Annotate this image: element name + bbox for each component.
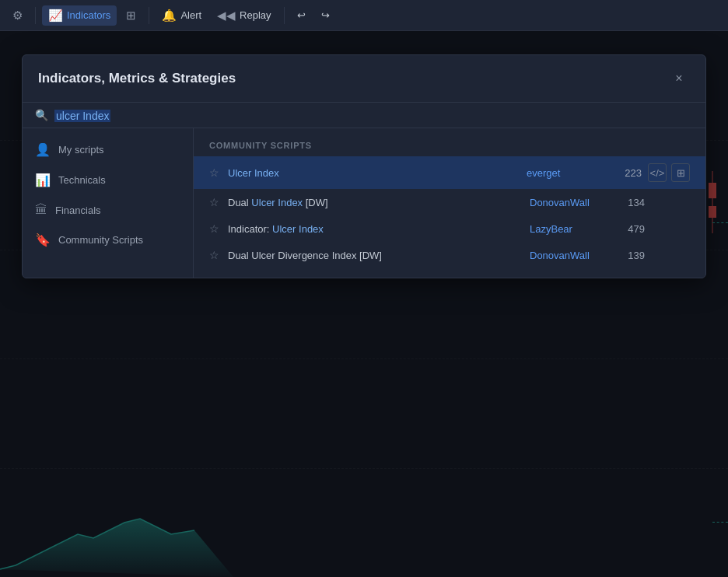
result-row-4[interactable]: ☆ Dual Ulcer Divergence Index [DW] Donov…: [194, 242, 705, 268]
result-count-4: 139: [614, 250, 645, 261]
toolbar-indicators-btn[interactable]: 📈 Indicators: [42, 5, 117, 26]
layout-icon: ⊞: [126, 9, 136, 23]
adjust-icon: ⚙: [12, 9, 23, 23]
star-icon-4[interactable]: ☆: [209, 249, 222, 261]
star-icon-2[interactable]: ☆: [209, 196, 222, 208]
star-icon-1[interactable]: ☆: [209, 166, 222, 179]
add-icon-1[interactable]: ⊞: [671, 163, 690, 182]
indicators-modal: Indicators, Metrics & Strategies × 🔍 ulc…: [22, 54, 706, 278]
modal-close-btn[interactable]: ×: [668, 68, 690, 89]
results-content: COMMUNITY SCRIPTS ☆ Ulcer Index everget …: [194, 128, 705, 278]
action-icons-1: </> ⊞: [648, 163, 690, 182]
result-name-3-highlight: Ulcer Index: [272, 223, 324, 235]
search-input-wrapper: ulcer Index: [54, 109, 693, 121]
modal-body: 👤 My scripts 📊 Technicals 🏛 Financials 🔖…: [23, 128, 705, 278]
result-author-3[interactable]: LazyBear: [530, 223, 607, 235]
community-scripts-icon: 🔖: [35, 233, 51, 247]
toolbar-layout-btn[interactable]: ⊞: [120, 5, 142, 26]
sidebar-item-community-scripts-label: Community Scripts: [58, 234, 143, 246]
result-name-1-highlight: Ulcer Index: [228, 167, 279, 179]
sidebar-item-financials[interactable]: 🏛 Financials: [23, 195, 193, 225]
alert-icon: 🔔: [162, 9, 177, 23]
modal-title: Indicators, Metrics & Strategies: [38, 71, 236, 86]
sidebar-item-technicals-label: Technicals: [58, 174, 106, 186]
replay-icon: ◀◀: [217, 9, 236, 23]
result-name-2-highlight: Ulcer Index: [251, 197, 303, 208]
search-input[interactable]: [54, 109, 693, 121]
indicators-icon: 📈: [48, 9, 63, 23]
result-name-4-text: Dual Ulcer Divergence Index [DW]: [228, 250, 382, 261]
result-author-2[interactable]: DonovanWall: [530, 197, 607, 208]
toolbar-replay-btn[interactable]: ◀◀ Replay: [211, 5, 277, 26]
section-label-community: COMMUNITY SCRIPTS: [194, 138, 705, 156]
toolbar-divider-2: [149, 7, 149, 24]
my-scripts-icon: 👤: [35, 142, 51, 157]
result-row-3[interactable]: ☆ Indicator: Ulcer Index LazyBear 479: [194, 215, 705, 242]
sidebar-item-my-scripts-label: My scripts: [58, 144, 104, 156]
toolbar-indicators-label: Indicators: [67, 9, 110, 21]
star-icon-3[interactable]: ☆: [209, 222, 222, 235]
toolbar: ⚙ 📈 Indicators ⊞ 🔔 Alert ◀◀ Replay ↩ ↪: [0, 0, 728, 31]
close-icon: ×: [675, 72, 682, 86]
result-name-3-prefix: Indicator:: [228, 223, 272, 235]
result-name-2: Dual Ulcer Index [DW]: [228, 197, 523, 208]
toolbar-divider-1: [35, 7, 36, 24]
redo-icon: ↪: [321, 9, 330, 21]
result-count-3: 479: [614, 223, 645, 235]
sidebar-item-my-scripts[interactable]: 👤 My scripts: [23, 135, 193, 165]
modal-header: Indicators, Metrics & Strategies ×: [23, 55, 705, 103]
financials-icon: 🏛: [35, 203, 47, 217]
result-count-1: 223: [611, 167, 642, 179]
modal-overlay: Indicators, Metrics & Strategies × 🔍 ulc…: [0, 31, 728, 577]
toolbar-divider-3: [284, 7, 285, 24]
search-icon: 🔍: [35, 109, 48, 121]
result-name-4: Dual Ulcer Divergence Index [DW]: [228, 250, 523, 261]
result-name-2-suffix: [DW]: [303, 197, 328, 208]
toolbar-adjust-btn[interactable]: ⚙: [6, 5, 29, 26]
sidebar-item-technicals[interactable]: 📊 Technicals: [23, 165, 193, 195]
result-name-1: Ulcer Index: [228, 167, 520, 179]
result-row-2[interactable]: ☆ Dual Ulcer Index [DW] DonovanWall 134: [194, 189, 705, 215]
sidebar-item-community-scripts[interactable]: 🔖 Community Scripts: [23, 225, 193, 255]
result-count-2: 134: [614, 197, 645, 208]
toolbar-replay-label: Replay: [240, 9, 271, 21]
sidebar: 👤 My scripts 📊 Technicals 🏛 Financials 🔖…: [23, 128, 194, 278]
technicals-icon: 📊: [35, 173, 51, 187]
redo-btn[interactable]: ↪: [315, 6, 336, 24]
result-author-4[interactable]: DonovanWall: [530, 250, 607, 261]
code-icon-1[interactable]: </>: [648, 163, 667, 182]
toolbar-alert-btn[interactable]: 🔔 Alert: [156, 5, 208, 26]
result-name-2-prefix: Dual: [228, 197, 251, 208]
result-name-3: Indicator: Ulcer Index: [228, 223, 523, 235]
result-row-1[interactable]: ☆ Ulcer Index everget 223 </> ⊞: [194, 156, 705, 189]
undo-btn[interactable]: ↩: [291, 6, 312, 24]
search-bar: 🔍 ulcer Index: [23, 103, 705, 128]
toolbar-alert-label: Alert: [180, 9, 201, 21]
undo-icon: ↩: [297, 9, 306, 21]
sidebar-item-financials-label: Financials: [55, 205, 101, 216]
result-author-1[interactable]: everget: [527, 167, 604, 179]
